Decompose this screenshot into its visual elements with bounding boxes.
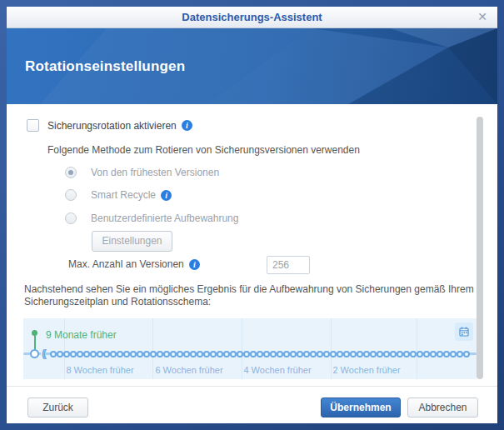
settings-button[interactable]: Einstellungen <box>92 231 172 252</box>
version-dot <box>257 351 263 358</box>
version-dot <box>263 351 270 358</box>
timeline-gridline <box>152 318 153 379</box>
back-button[interactable]: Zurück <box>27 398 88 418</box>
version-dot <box>290 351 297 358</box>
rotation-checkbox[interactable] <box>27 119 39 132</box>
version-dot <box>230 351 237 358</box>
banner: Rotationseinstellungen <box>7 28 497 104</box>
version-dot <box>423 351 430 358</box>
version-dot <box>203 351 210 358</box>
window-title: Datensicherungs-Assistent <box>7 7 497 28</box>
version-dot <box>417 351 423 358</box>
radio-earliest-versions[interactable] <box>65 167 77 178</box>
version-dot <box>143 351 150 358</box>
version-dot <box>150 351 157 358</box>
version-dot <box>197 351 203 358</box>
version-dot <box>250 351 257 358</box>
version-dot <box>210 351 217 358</box>
earliest-kept-version-dot <box>30 349 39 358</box>
titlebar: Datensicherungs-Assistent ✕ <box>7 7 497 28</box>
version-dot <box>183 351 190 358</box>
version-dot <box>243 351 250 358</box>
max-versions-input[interactable] <box>267 256 310 274</box>
version-dot <box>350 351 357 358</box>
version-dot <box>163 351 170 358</box>
axis-label-4-weeks: 4 Wochen früher <box>243 365 311 375</box>
close-icon[interactable]: ✕ <box>475 7 490 28</box>
version-dot <box>130 351 137 358</box>
calendar-icon <box>458 326 470 338</box>
version-dot <box>450 351 457 358</box>
timeline-break-icon: (( <box>41 347 46 360</box>
preview-description: Nachstehend sehen Sie ein mögliches Erge… <box>24 283 481 308</box>
rotation-checkbox-label: Sicherungsrotation aktivieren <box>47 120 177 132</box>
calendar-view-button[interactable] <box>455 322 473 341</box>
version-dot <box>97 351 103 358</box>
radio-custom-retention[interactable] <box>65 212 77 224</box>
version-dot <box>157 351 163 358</box>
axis-label-2-weeks: 2 Wochen früher <box>332 365 400 375</box>
version-dot <box>237 351 243 358</box>
version-dot <box>377 351 383 358</box>
vertical-scrollbar[interactable] <box>477 117 483 379</box>
version-dot <box>283 351 290 358</box>
version-dot <box>123 351 130 358</box>
version-dot <box>463 351 470 358</box>
version-dot <box>63 351 70 358</box>
version-dot <box>83 351 90 358</box>
version-dot <box>370 351 377 358</box>
radio-smart-recycle[interactable] <box>65 189 77 201</box>
version-dot <box>297 351 303 358</box>
version-dot <box>343 351 350 358</box>
version-dot <box>223 351 230 358</box>
version-dot <box>457 351 463 358</box>
timeline-gridline <box>64 318 65 379</box>
earliest-marker-pin-icon <box>32 330 37 336</box>
radio-custom-retention-label: Benutzerdefinierte Aufbewahrung <box>91 212 238 224</box>
content-area: Sicherungsrotation aktivieren i Folgende… <box>7 104 497 386</box>
axis-label-6-weeks: 6 Wochen früher <box>155 365 222 375</box>
version-dot <box>410 351 417 358</box>
version-dot <box>330 351 337 358</box>
version-dot <box>303 351 310 358</box>
version-dot <box>363 351 370 358</box>
version-dot <box>270 351 277 358</box>
page-title: Rotationseinstellungen <box>25 58 185 75</box>
version-dot <box>170 351 177 358</box>
version-dot <box>317 351 323 358</box>
version-dot <box>430 351 437 358</box>
apply-button[interactable]: Übernehmen <box>321 398 401 418</box>
version-dot <box>50 351 57 358</box>
version-chain <box>50 351 470 358</box>
version-dot <box>217 351 223 358</box>
radio-earliest-versions-label: Von den frühesten Versionen <box>91 167 219 178</box>
version-dot <box>397 351 403 358</box>
smart-recycle-info-icon[interactable]: i <box>161 190 172 201</box>
version-dot <box>117 351 123 358</box>
timeline-gridline <box>242 318 242 379</box>
timeline-gridline <box>331 318 332 379</box>
version-dot <box>77 351 83 358</box>
version-dot <box>383 351 390 358</box>
version-dot <box>137 351 143 358</box>
retention-timeline: 9 Monate früher (( 8 Wochen früher 6 Woc… <box>23 318 477 379</box>
radio-smart-recycle-label: Smart Recycle <box>91 189 156 201</box>
version-dot <box>190 351 197 358</box>
version-dot <box>277 351 283 358</box>
version-dot <box>443 351 450 358</box>
version-dot <box>57 351 63 358</box>
version-dot <box>103 351 110 358</box>
max-versions-label: Max. Anzahl an Versionen <box>68 258 184 270</box>
version-dot <box>357 351 363 358</box>
version-dot <box>90 351 97 358</box>
version-dot <box>437 351 443 358</box>
version-dot <box>390 351 397 358</box>
cancel-button[interactable]: Abbrechen <box>407 398 478 418</box>
rotation-info-icon[interactable]: i <box>182 120 192 131</box>
version-dot <box>337 351 343 358</box>
timeline-gridline <box>417 318 417 379</box>
version-dot <box>177 351 183 358</box>
earliest-marker-label: 9 Monate früher <box>46 329 117 341</box>
axis-label-8-weeks: 8 Wochen früher <box>66 365 133 375</box>
max-versions-info-icon[interactable]: i <box>189 259 200 270</box>
